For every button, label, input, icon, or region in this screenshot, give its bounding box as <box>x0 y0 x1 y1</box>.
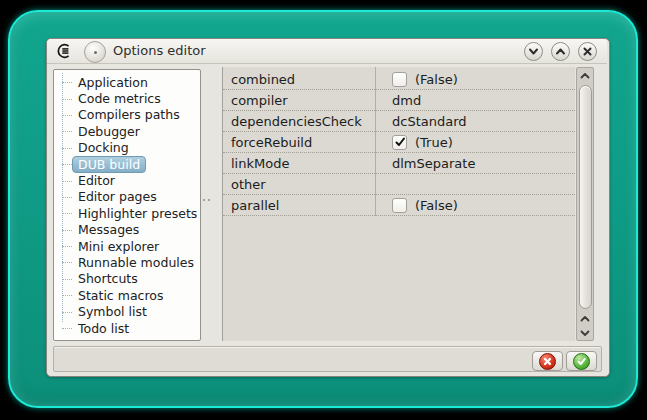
sidebar-item-label: Docking <box>76 140 131 155</box>
sidebar-item-shortcuts[interactable]: Shortcuts <box>54 271 200 287</box>
checkbox[interactable] <box>392 198 407 213</box>
sidebar-item-label: Todo list <box>76 321 131 336</box>
window-controls <box>524 42 597 61</box>
property-value[interactable]: (True) <box>383 135 575 150</box>
sidebar-item-runnable-modules[interactable]: Runnable modules <box>54 254 200 270</box>
chevron-down-icon <box>526 44 541 59</box>
property-row[interactable]: parallel (False) <box>223 195 575 216</box>
property-value-text: (False) <box>415 72 458 87</box>
vertical-scrollbar[interactable] <box>576 67 594 341</box>
property-value[interactable]: dlmSeparate <box>383 156 575 171</box>
property-name: other <box>223 177 383 192</box>
titlebar[interactable]: Options editor <box>47 39 607 64</box>
property-row[interactable]: compiler dmd <box>223 90 575 111</box>
sidebar-item-label: Debugger <box>76 124 142 139</box>
property-name: parallel <box>223 198 383 213</box>
scroll-up-button[interactable] <box>578 69 592 82</box>
sidebar-item-messages[interactable]: Messages <box>54 222 200 238</box>
shade-button[interactable] <box>524 42 543 61</box>
sidebar-item-label: Compilers paths <box>76 107 182 122</box>
property-value-text: (True) <box>415 135 453 150</box>
sidebar-item-label: Editor pages <box>76 189 159 204</box>
sidebar-item-compilers-paths[interactable]: Compilers paths <box>54 107 200 123</box>
unshade-button[interactable] <box>551 42 570 61</box>
property-name: combined <box>223 72 383 87</box>
desktop-background: Options editor <box>0 0 647 420</box>
property-value-text: (False) <box>415 198 458 213</box>
property-name: compiler <box>223 93 383 108</box>
chevron-up-icon <box>553 44 568 59</box>
property-grid: combined (False) compiler dmd dependenci… <box>222 67 575 341</box>
sidebar-item-label: Code metrics <box>76 91 163 106</box>
sidebar-item-label: Highlighter presets <box>76 206 199 221</box>
cancel-button[interactable] <box>532 351 563 371</box>
sidebar-item-symbol-list[interactable]: Symbol list <box>54 303 200 319</box>
close-icon <box>580 44 595 59</box>
sidebar-item-label: Application <box>76 75 150 90</box>
checkbox[interactable] <box>392 135 407 150</box>
sidebar-item-label: DUB build <box>72 156 146 173</box>
property-row[interactable]: combined (False) <box>223 69 575 90</box>
sidebar-item-todo-list[interactable]: Todo list <box>54 320 200 336</box>
sidebar-item-label: Static macros <box>76 288 165 303</box>
sidebar-item-highlighter-presets[interactable]: Highlighter presets <box>54 205 200 221</box>
options-editor-window: Options editor <box>46 38 610 377</box>
close-button[interactable] <box>578 42 597 61</box>
splitter-handle[interactable] <box>203 199 211 203</box>
chevron-up-icon <box>579 66 591 85</box>
sidebar-item-editor-pages[interactable]: Editor pages <box>54 189 200 205</box>
category-tree-items: Application Code metrics Compilers paths… <box>54 70 200 336</box>
sidebar-item-label: Shortcuts <box>76 271 140 286</box>
property-name: dependenciesCheck <box>223 114 383 129</box>
coedit-app-icon <box>56 43 72 59</box>
sidebar-item-label: Symbol list <box>76 304 149 319</box>
property-row[interactable]: dependenciesCheck dcStandard <box>223 111 575 132</box>
sidebar-item-mini-explorer[interactable]: Mini explorer <box>54 238 200 254</box>
footer-bar <box>53 346 602 372</box>
property-name: forceRebuild <box>223 135 383 150</box>
sidebar-item-debugger[interactable]: Debugger <box>54 123 200 139</box>
sidebar-item-label: Editor <box>76 173 117 188</box>
chevron-down-icon <box>579 323 591 342</box>
sidebar-item-code-metrics[interactable]: Code metrics <box>54 90 200 106</box>
sidebar-item-label: Mini explorer <box>76 239 161 254</box>
property-rows: combined (False) compiler dmd dependenci… <box>223 69 575 216</box>
property-row[interactable]: linkMode dlmSeparate <box>223 153 575 174</box>
sidebar-item-application[interactable]: Application <box>54 74 200 90</box>
sidebar-item-dub-build[interactable]: DUB build <box>54 156 200 172</box>
property-value[interactable]: dmd <box>383 93 575 108</box>
checkbox[interactable] <box>392 72 407 87</box>
sidebar-item-label: Runnable modules <box>76 255 196 270</box>
sidebar-item-docking[interactable]: Docking <box>54 140 200 156</box>
property-value-text: dmd <box>392 93 421 108</box>
property-value-text: dlmSeparate <box>392 156 475 171</box>
sidebar-item-editor[interactable]: Editor <box>54 172 200 188</box>
red-cross-icon <box>539 353 556 370</box>
property-value[interactable]: dcStandard <box>383 114 575 129</box>
window-menu-button[interactable] <box>84 41 106 63</box>
scroll-down-button[interactable] <box>578 326 592 339</box>
green-check-icon <box>573 353 590 370</box>
sidebar-item-static-macros[interactable]: Static macros <box>54 287 200 303</box>
scrollbar-thumb[interactable] <box>579 85 592 309</box>
window-title: Options editor <box>113 39 206 63</box>
property-row[interactable]: other <box>223 174 575 195</box>
property-value[interactable]: (False) <box>383 72 575 87</box>
property-row[interactable]: forceRebuild (True) <box>223 132 575 153</box>
property-value-text: dcStandard <box>392 114 467 129</box>
property-name: linkMode <box>223 156 383 171</box>
accept-button[interactable] <box>566 351 597 371</box>
category-tree-panel: Application Code metrics Compilers paths… <box>53 69 201 341</box>
sidebar-item-label: Messages <box>76 222 141 237</box>
property-value[interactable]: (False) <box>383 198 575 213</box>
